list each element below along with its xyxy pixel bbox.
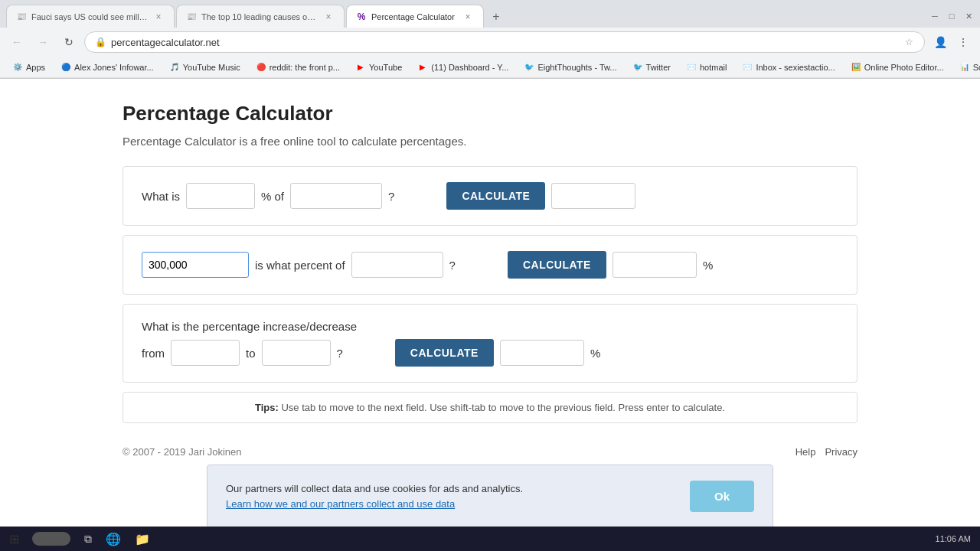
- bookmark-eightthoughts[interactable]: 🐦 EightThoughts - Tw...: [518, 60, 622, 74]
- calc-3-result[interactable]: [500, 340, 584, 366]
- tab-1-favicon: 📰: [16, 11, 27, 22]
- footer-copyright: © 2007 - 2019 Jari Jokinen: [122, 446, 242, 458]
- tab-1[interactable]: 📰 Fauci says US could see millions... ×: [6, 5, 175, 28]
- socialblade-icon: 📊: [959, 62, 970, 73]
- bookmark-youtube-label: YouTube: [369, 63, 402, 72]
- footer: © 2007 - 2019 Jari Jokinen Help Privacy: [122, 439, 858, 465]
- taskbar: ⊞ ⧉ 🌐 📁 11:06 AM: [0, 527, 980, 527]
- cookie-ok-button[interactable]: Ok: [690, 481, 754, 512]
- menu-icon[interactable]: ⋮: [952, 31, 974, 53]
- calculator-2: is what percent of ? CALCULATE %: [122, 235, 858, 295]
- yt-dashboard-icon: ▶: [417, 62, 428, 73]
- toolbar-icons: 👤 ⋮: [929, 31, 974, 53]
- calc-2-suffix: ?: [449, 259, 456, 272]
- bookmark-inbox-label: Inbox - sexiestactio...: [756, 63, 835, 72]
- page-scroll[interactable]: Percentage Calculator Percentage Calcula…: [0, 79, 980, 527]
- calc-2-middle: is what percent of: [255, 259, 345, 272]
- bookmark-apps[interactable]: ⚙️ Apps: [6, 60, 51, 74]
- calc-3-input-2[interactable]: [262, 340, 331, 366]
- cookie-text: Our partners will collect data and use c…: [226, 481, 523, 511]
- calc-1-middle: % of: [261, 190, 284, 203]
- page-description: Percentage Calculator is a free online t…: [122, 135, 858, 148]
- bookmark-eightthoughts-label: EightThoughts - Tw...: [537, 63, 616, 72]
- calc-2-input-1[interactable]: [142, 252, 249, 278]
- ytmusic-icon: 🎵: [169, 62, 180, 73]
- tab-1-label: Fauci says US could see millions...: [31, 12, 148, 21]
- bookmark-alexjones[interactable]: 🔵 Alex Jones' Infowar...: [54, 60, 160, 74]
- cookie-message: Our partners will collect data and use c…: [226, 483, 523, 494]
- bookmark-ytmusic-label: YouTube Music: [183, 63, 240, 72]
- calc-1-result[interactable]: [551, 183, 635, 209]
- tab-3[interactable]: % Percentage Calculator ×: [346, 5, 484, 28]
- address-icons: ☆: [903, 36, 915, 48]
- calc-3-button[interactable]: CALCULATE: [395, 339, 494, 367]
- apps-icon: ⚙️: [12, 62, 23, 73]
- alexjones-icon: 🔵: [60, 62, 71, 73]
- minimize-button[interactable]: ─: [929, 11, 940, 21]
- lock-icon: 🔒: [94, 36, 106, 48]
- eightthoughts-icon: 🐦: [524, 62, 534, 73]
- bookmark-youtube[interactable]: ▶ YouTube: [349, 60, 408, 74]
- star-icon[interactable]: ☆: [903, 36, 915, 48]
- page-content: Percentage Calculator Percentage Calcula…: [107, 79, 873, 481]
- calc-1-row: What is % of ? CALCULATE: [142, 182, 838, 210]
- tab-2[interactable]: 📰 The top 10 leading causes of de... ×: [176, 5, 345, 28]
- footer-privacy-link[interactable]: Privacy: [825, 446, 858, 458]
- tips-text: Use tab to move to the next field. Use s…: [281, 402, 725, 413]
- calc-1-prefix: What is: [142, 190, 180, 203]
- reload-button[interactable]: ↻: [58, 31, 80, 53]
- calc-3-from-label: from: [142, 347, 165, 360]
- bookmark-photo-editor-label: Online Photo Editor...: [864, 63, 944, 72]
- bookmarks-bar: ⚙️ Apps 🔵 Alex Jones' Infowar... 🎵 YouTu…: [0, 57, 980, 78]
- calc-3-row: from to ? CALCULATE %: [142, 339, 838, 367]
- footer-help-link[interactable]: Help: [795, 446, 816, 458]
- bookmark-reddit[interactable]: 🔴 reddit: the front p...: [250, 60, 346, 74]
- calc-3-suffix: ?: [337, 347, 343, 360]
- bookmark-twitter[interactable]: 🐦 Twitter: [626, 60, 677, 74]
- bookmark-socialblade-label: Social Blade: [973, 63, 980, 72]
- calculator-3: What is the percentage increase/decrease…: [122, 304, 858, 383]
- calculator-1: What is % of ? CALCULATE: [122, 166, 858, 226]
- bookmark-ytmusic[interactable]: 🎵 YouTube Music: [163, 60, 247, 74]
- bookmark-twitter-label: Twitter: [646, 63, 671, 72]
- calc-1-input-1[interactable]: [186, 183, 255, 209]
- calc-1-button[interactable]: CALCULATE: [446, 182, 545, 210]
- tab-3-favicon: %: [356, 11, 367, 22]
- youtube-icon: ▶: [355, 62, 366, 73]
- calc-3-prefix: What is the percentage increase/decrease: [142, 320, 357, 333]
- calc-2-button[interactable]: CALCULATE: [508, 251, 606, 279]
- address-text: percentagecalculator.net: [111, 37, 898, 48]
- title-bar: 📰 Fauci says US could see millions... × …: [0, 0, 980, 28]
- bookmark-reddit-label: reddit: the front p...: [270, 63, 340, 72]
- cookie-learn-more-link[interactable]: Learn how we and our partners collect an…: [226, 497, 523, 512]
- calc-2-percent: %: [703, 259, 713, 272]
- calc-1-input-2[interactable]: [290, 183, 382, 209]
- bookmark-inbox[interactable]: ✉️ Inbox - sexiestactio...: [736, 60, 841, 74]
- calc-3-input-1[interactable]: [171, 340, 240, 366]
- calc-1-suffix: ?: [388, 190, 394, 203]
- bookmark-hotmail[interactable]: ✉️ hotmail: [680, 60, 733, 74]
- forward-button[interactable]: →: [32, 31, 54, 53]
- bookmark-socialblade[interactable]: 📊 Social Blade: [953, 60, 980, 74]
- twitter-icon: 🐦: [632, 62, 643, 73]
- tab-1-close[interactable]: ×: [152, 11, 165, 23]
- new-tab-button[interactable]: +: [485, 6, 507, 28]
- address-bar[interactable]: 🔒 percentagecalculator.net ☆: [84, 31, 925, 53]
- maximize-button[interactable]: □: [946, 11, 957, 21]
- tab-3-close[interactable]: ×: [462, 11, 474, 23]
- calc-3-to-label: to: [246, 347, 256, 360]
- profile-icon[interactable]: 👤: [929, 31, 951, 53]
- bookmark-photo-editor[interactable]: 🖼️ Online Photo Editor...: [844, 60, 950, 74]
- footer-links: Help Privacy: [795, 446, 858, 458]
- calc-2-input-2[interactable]: [351, 252, 443, 278]
- calc-2-row: is what percent of ? CALCULATE %: [142, 251, 838, 279]
- tab-2-favicon: 📰: [186, 11, 197, 22]
- tips-box: Tips: Use tab to move to the next field.…: [122, 392, 858, 423]
- calc-2-result[interactable]: [612, 252, 697, 278]
- back-button[interactable]: ←: [6, 31, 28, 53]
- calc-3-title-row: What is the percentage increase/decrease: [142, 320, 838, 333]
- tab-2-close[interactable]: ×: [322, 11, 335, 23]
- close-button[interactable]: ✕: [963, 11, 974, 21]
- bookmark-hotmail-label: hotmail: [700, 63, 727, 72]
- bookmark-yt-dashboard[interactable]: ▶ (11) Dashboard - Y...: [411, 60, 514, 74]
